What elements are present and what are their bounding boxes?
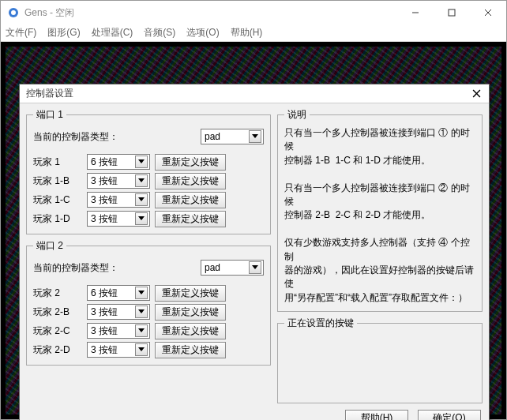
player1d-buttons-select[interactable]: 3 按钮 (87, 211, 150, 227)
player2d-redefine-button[interactable]: 重新定义按键 (155, 342, 226, 358)
svg-marker-15 (138, 309, 145, 313)
dialog-title: 控制器设置 (26, 87, 467, 100)
svg-marker-10 (138, 178, 145, 182)
dialog-right-column: 说明 只有当一个多人控制器被连接到端口 ① 的时候 控制器 1-B 1-C 和 … (277, 108, 483, 420)
ok-button[interactable]: 确定(O) (418, 410, 481, 420)
player2b-redefine-button[interactable]: 重新定义按键 (155, 304, 226, 321)
player2b-buttons-select[interactable]: 3 按钮 (87, 304, 150, 320)
port1-group: 端口 1 当前的控制器类型： pad 玩家 1 6 按钮 (26, 108, 271, 234)
description-text: 只有当一个多人控制器被连接到端口 ① 的时候 控制器 1-B 1-C 和 1-D… (284, 126, 475, 305)
player2c-buttons-select[interactable]: 3 按钮 (87, 323, 150, 339)
svg-rect-3 (449, 9, 455, 16)
port2-type-value: pad (205, 262, 220, 273)
dialog-left-column: 端口 1 当前的控制器类型： pad 玩家 1 6 按钮 (26, 108, 271, 420)
chevron-down-icon (249, 130, 261, 143)
player2d-buttons-select[interactable]: 3 按钮 (87, 342, 150, 358)
window-title: Gens - 空闲 (24, 6, 397, 20)
port1-legend: 端口 1 (33, 108, 66, 122)
chevron-down-icon (135, 306, 148, 318)
player1c-buttons-select[interactable]: 3 按钮 (87, 192, 150, 208)
menu-cpu[interactable]: 处理器(C) (92, 26, 133, 39)
chevron-down-icon (135, 287, 148, 299)
close-button[interactable] (470, 1, 506, 24)
player1-label: 玩家 1 (33, 156, 82, 169)
svg-marker-11 (138, 197, 145, 201)
player1d-redefine-button[interactable]: 重新定义按键 (155, 211, 226, 227)
maximize-button[interactable] (434, 1, 470, 24)
menu-sound[interactable]: 音频(S) (144, 26, 175, 39)
minimize-button[interactable] (397, 1, 434, 24)
dialog-titlebar[interactable]: 控制器设置 (20, 84, 489, 103)
help-button[interactable]: 帮助(H) (345, 410, 408, 420)
chevron-down-icon (135, 212, 148, 225)
chevron-down-icon (135, 193, 148, 206)
menubar: 文件(F) 图形(G) 处理器(C) 音频(S) 选项(O) 帮助(H) (1, 24, 506, 42)
svg-marker-17 (138, 347, 145, 351)
chevron-down-icon (135, 156, 148, 168)
player2-label: 玩家 2 (33, 287, 82, 300)
titlebar: Gens - 空闲 (1, 1, 506, 24)
port2-type-select[interactable]: pad (201, 260, 264, 276)
description-group: 说明 只有当一个多人控制器被连接到端口 ① 的时候 控制器 1-B 1-C 和 … (277, 108, 483, 312)
port1-type-value: pad (205, 131, 220, 142)
player2c-redefine-button[interactable]: 重新定义按键 (155, 323, 226, 339)
player1b-redefine-button[interactable]: 重新定义按键 (155, 173, 226, 189)
app-icon (7, 6, 20, 19)
chevron-down-icon (249, 261, 261, 274)
svg-marker-14 (138, 291, 145, 294)
player2-buttons-select[interactable]: 6 按钮 (87, 285, 150, 301)
dialog-body: 端口 1 当前的控制器类型： pad 玩家 1 6 按钮 (20, 103, 489, 420)
menu-help[interactable]: 帮助(H) (231, 26, 263, 39)
controller-settings-dialog: 控制器设置 端口 1 当前的控制器类型： pad (19, 84, 490, 420)
player1d-label: 玩家 1-D (33, 212, 82, 226)
menu-options[interactable]: 选项(O) (186, 26, 219, 39)
player1-redefine-button[interactable]: 重新定义按键 (155, 154, 226, 171)
chevron-down-icon (135, 174, 148, 187)
player2-redefine-button[interactable]: 重新定义按键 (155, 285, 226, 302)
window-controls (397, 1, 506, 24)
menu-graphics[interactable]: 图形(G) (47, 26, 80, 39)
dialog-close-button[interactable] (467, 86, 486, 102)
port2-legend: 端口 2 (33, 239, 66, 253)
player1-buttons-select[interactable]: 6 按钮 (87, 154, 150, 170)
description-legend: 说明 (284, 108, 310, 122)
svg-marker-13 (252, 265, 258, 269)
port1-type-select[interactable]: pad (201, 129, 264, 144)
port2-type-label: 当前的控制器类型： (33, 261, 196, 275)
dialog-button-row: 帮助(H) 确定(O) (277, 408, 483, 420)
setting-keys-group: 正在设置的按键 (277, 317, 483, 403)
player2d-label: 玩家 2-D (33, 343, 82, 357)
player1c-redefine-button[interactable]: 重新定义按键 (155, 192, 226, 208)
chevron-down-icon (135, 343, 148, 356)
player2c-label: 玩家 2-C (33, 324, 82, 338)
svg-marker-16 (138, 328, 145, 332)
menu-file[interactable]: 文件(F) (6, 26, 36, 39)
player1b-buttons-select[interactable]: 3 按钮 (87, 173, 150, 189)
svg-marker-8 (252, 134, 258, 138)
svg-marker-9 (138, 159, 145, 163)
setting-keys-legend: 正在设置的按键 (284, 317, 357, 330)
player1c-label: 玩家 1-C (33, 193, 82, 207)
svg-marker-12 (138, 216, 145, 220)
chevron-down-icon (135, 324, 148, 337)
svg-point-1 (11, 10, 16, 15)
port1-type-label: 当前的控制器类型： (33, 130, 196, 144)
player2b-label: 玩家 2-B (33, 306, 82, 319)
player1b-label: 玩家 1-B (33, 174, 82, 188)
port2-group: 端口 2 当前的控制器类型： pad 玩家 2 6 按钮 重新定义按键 (26, 239, 271, 366)
